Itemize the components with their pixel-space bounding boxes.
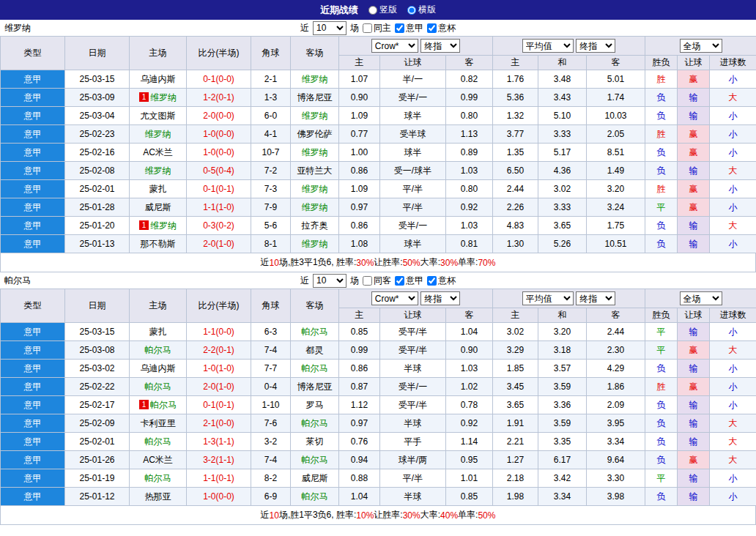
score-cell[interactable]: 1-1(0-1) xyxy=(187,469,251,488)
scope-select[interactable]: 全场 xyxy=(680,39,722,53)
away-team-cell[interactable]: 亚特兰大 xyxy=(291,162,339,180)
away-team-cell[interactable]: 帕尔马 xyxy=(291,360,339,378)
home-team-name[interactable]: 维罗纳 xyxy=(150,92,177,103)
layout-horizontal-radio[interactable]: 横版 xyxy=(407,4,436,16)
away-team-name[interactable]: 帕尔马 xyxy=(302,363,328,373)
away-team-name[interactable]: 帕尔马 xyxy=(302,491,328,502)
away-team-cell[interactable]: 维罗纳 xyxy=(291,107,339,125)
home-team-name[interactable]: 帕尔马 xyxy=(145,436,171,447)
home-team-cell[interactable]: 帕尔马 xyxy=(130,469,187,488)
cup-filter[interactable]: 意杯 xyxy=(427,275,456,287)
away-team-cell[interactable]: 罗马 xyxy=(291,396,339,414)
cup-checkbox[interactable] xyxy=(427,276,437,286)
away-team-name[interactable]: 佛罗伦萨 xyxy=(297,129,333,139)
away-team-name[interactable]: 都灵 xyxy=(306,345,324,355)
score-cell[interactable]: 1-2(0-1) xyxy=(187,89,251,107)
home-team-name[interactable]: 帕尔马 xyxy=(145,381,171,392)
away-team-cell[interactable]: 维罗纳 xyxy=(291,180,339,198)
score-cell[interactable]: 2-1(0-0) xyxy=(187,414,251,433)
away-team-cell[interactable]: 佛罗伦萨 xyxy=(291,125,339,144)
home-team-name[interactable]: 那不勒斯 xyxy=(141,239,176,249)
scope-select[interactable]: 全场 xyxy=(680,291,722,305)
score-cell[interactable]: 1-1(0-0) xyxy=(187,323,251,341)
score-cell[interactable]: 0-1(0-1) xyxy=(187,396,251,414)
away-team-name[interactable]: 维罗纳 xyxy=(302,111,328,121)
league-filter[interactable]: 意甲 xyxy=(395,22,423,34)
home-team-name[interactable]: 蒙扎 xyxy=(149,184,167,194)
home-team-cell[interactable]: 威尼斯 xyxy=(130,198,187,217)
score-cell[interactable]: 1-0(0-0) xyxy=(187,488,251,506)
same-venue-checkbox[interactable] xyxy=(363,23,372,33)
home-team-cell[interactable]: 蒙扎 xyxy=(130,180,187,198)
away-team-cell[interactable]: 维罗纳 xyxy=(291,198,339,217)
away-team-cell[interactable]: 维罗纳 xyxy=(291,235,339,253)
home-team-cell[interactable]: 乌迪内斯 xyxy=(130,360,187,378)
league-checkbox[interactable] xyxy=(395,23,404,33)
home-team-name[interactable]: 卡利亚里 xyxy=(141,418,176,428)
away-team-cell[interactable]: 帕尔马 xyxy=(291,451,339,469)
score-cell[interactable]: 2-2(0-1) xyxy=(187,341,251,360)
avg-type-select[interactable]: 平均值 xyxy=(522,291,574,305)
away-team-cell[interactable]: 帕尔马 xyxy=(291,414,339,433)
avg-period-select[interactable]: 终指 xyxy=(576,39,615,53)
home-team-cell[interactable]: 帕尔马 xyxy=(130,378,187,396)
score-cell[interactable]: 1-3(1-1) xyxy=(187,433,251,451)
home-team-name[interactable]: 帕尔马 xyxy=(145,473,171,483)
home-team-name[interactable]: 维罗纳 xyxy=(150,220,177,231)
home-team-name[interactable]: 维罗纳 xyxy=(145,165,171,176)
layout-vertical-radio[interactable]: 竖版 xyxy=(368,4,397,16)
cup-filter[interactable]: 意杯 xyxy=(427,22,456,34)
home-team-name[interactable]: AC米兰 xyxy=(143,147,173,157)
home-team-name[interactable]: 热那亚 xyxy=(145,491,171,502)
away-team-cell[interactable]: 莱切 xyxy=(291,433,339,451)
away-team-name[interactable]: 博洛尼亚 xyxy=(297,92,333,103)
odds-period-select[interactable]: 终指 xyxy=(420,39,460,53)
home-team-cell[interactable]: 帕尔马 xyxy=(130,433,187,451)
score-cell[interactable]: 2-0(1-0) xyxy=(187,378,251,396)
score-cell[interactable]: 1-1(1-0) xyxy=(187,198,251,217)
home-team-cell[interactable]: 那不勒斯 xyxy=(130,235,187,253)
home-team-cell[interactable]: 1维罗纳 xyxy=(130,217,187,235)
home-team-cell[interactable]: 维罗纳 xyxy=(130,162,187,180)
score-cell[interactable]: 0-1(0-1) xyxy=(187,180,251,198)
match-count-select[interactable]: 10 xyxy=(313,274,346,288)
away-team-cell[interactable]: 拉齐奥 xyxy=(291,217,339,235)
away-team-name[interactable]: 帕尔马 xyxy=(302,327,328,337)
away-team-cell[interactable]: 都灵 xyxy=(291,341,339,360)
away-team-cell[interactable]: 维罗纳 xyxy=(291,70,339,89)
home-team-cell[interactable]: AC米兰 xyxy=(130,144,187,162)
away-team-name[interactable]: 拉齐奥 xyxy=(302,220,328,231)
home-team-name[interactable]: 乌迪内斯 xyxy=(141,74,176,84)
home-team-name[interactable]: 蒙扎 xyxy=(149,327,167,337)
odds-period-select[interactable]: 终指 xyxy=(420,291,460,305)
home-team-name[interactable]: 帕尔马 xyxy=(145,345,171,355)
away-team-cell[interactable]: 帕尔马 xyxy=(291,488,339,506)
score-cell[interactable]: 1-0(0-0) xyxy=(187,144,251,162)
home-team-name[interactable]: AC米兰 xyxy=(143,455,173,465)
home-team-cell[interactable]: 卡利亚里 xyxy=(130,414,187,433)
away-team-name[interactable]: 维罗纳 xyxy=(302,202,328,212)
away-team-cell[interactable]: 博洛尼亚 xyxy=(291,89,339,107)
vertical-radio-input[interactable] xyxy=(368,6,377,15)
away-team-name[interactable]: 维罗纳 xyxy=(302,239,328,249)
away-team-name[interactable]: 莱切 xyxy=(306,436,324,447)
home-team-cell[interactable]: 尤文图斯 xyxy=(130,107,187,125)
score-cell[interactable]: 0-5(0-4) xyxy=(187,162,251,180)
away-team-name[interactable]: 维罗纳 xyxy=(302,147,328,157)
same-venue-filter[interactable]: 同客 xyxy=(363,275,391,287)
same-venue-checkbox[interactable] xyxy=(363,276,372,286)
score-cell[interactable]: 1-0(0-0) xyxy=(187,125,251,144)
home-team-cell[interactable]: 帕尔马 xyxy=(130,341,187,360)
away-team-name[interactable]: 博洛尼亚 xyxy=(297,381,333,392)
away-team-name[interactable]: 维罗纳 xyxy=(302,74,328,84)
home-team-cell[interactable]: 乌迪内斯 xyxy=(130,70,187,89)
odds-company-select[interactable]: Crow* xyxy=(371,291,418,305)
home-team-name[interactable]: 乌迪内斯 xyxy=(141,363,176,373)
odds-company-select[interactable]: Crow* xyxy=(371,39,418,53)
away-team-cell[interactable]: 博洛尼亚 xyxy=(291,378,339,396)
score-cell[interactable]: 2-0(0-0) xyxy=(187,107,251,125)
avg-type-select[interactable]: 平均值 xyxy=(522,39,574,53)
avg-period-select[interactable]: 终指 xyxy=(576,291,615,305)
score-cell[interactable]: 0-3(0-2) xyxy=(187,217,251,235)
home-team-cell[interactable]: 1维罗纳 xyxy=(130,89,187,107)
